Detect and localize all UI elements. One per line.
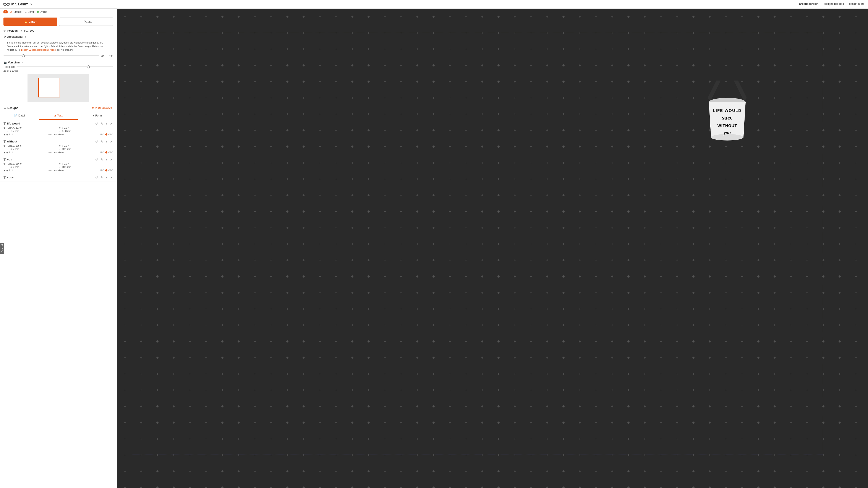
- pause-button[interactable]: ⏸ Pause: [59, 18, 114, 26]
- prop-grid-0: ⊞ ⊞ 1×1: [3, 133, 13, 136]
- nav-links: arbeitsbereich designbibliothek design-s…: [799, 2, 865, 6]
- prop-pos-1: ✥ + 245.0, 175.5: [3, 144, 58, 147]
- svg-point-1: [7, 3, 9, 6]
- position-value: 507, 390: [24, 29, 34, 32]
- grid-value-0: ⊞ 1×1: [6, 133, 13, 136]
- close-btn-1[interactable]: ✕: [110, 140, 113, 143]
- refresh-btn-0[interactable]: ↺: [95, 122, 98, 126]
- design-label-3: succ: [7, 176, 13, 179]
- arbeitshoehe-link[interactable]: diesem Wissensdatenbank-Artikel: [20, 48, 56, 51]
- brightness-row: Helligkeit:: [3, 65, 113, 68]
- move-icon-0: ✥: [3, 126, 5, 129]
- prop-color-1: ABC ΩBA: [99, 151, 113, 154]
- prop-width-2: ↔ ↔ 23.2 mm: [3, 166, 58, 168]
- text-design-icon-3: 𝐓: [3, 175, 6, 180]
- nav-link-designbibliothek[interactable]: designbibliothek: [824, 2, 844, 6]
- vorschau-dropdown-icon[interactable]: ▼: [22, 61, 24, 64]
- status-item: ⚠ Status:: [10, 10, 22, 13]
- file-icon: 📄: [14, 114, 18, 117]
- scale-icon-2: ↔: [3, 166, 6, 168]
- prop-height-0: ↕ I 14.8 mm: [59, 130, 114, 132]
- designs-reset[interactable]: ✺ ↺ Zurücksetzen: [92, 106, 113, 109]
- design-item-you: 𝐓 you ↺ ✎ + ✕ ✥ + 249.9, 166.9 ↻ ↻ 0.0 °: [0, 156, 117, 174]
- design-actions-3: ↺ ✎ + ✕: [95, 175, 113, 180]
- tab-text[interactable]: A Text: [39, 112, 78, 120]
- close-btn-2[interactable]: ✕: [110, 158, 113, 162]
- prop-height-1: ↕ I 19.1 mm: [59, 148, 114, 150]
- reset-icon: ✺: [92, 106, 94, 109]
- edit-btn-3[interactable]: ✎: [100, 175, 104, 180]
- printer-icon: 🖨: [24, 10, 27, 13]
- add-btn-1[interactable]: +: [105, 140, 108, 143]
- tab-form[interactable]: ♥ Form: [78, 112, 117, 120]
- prop-repeat-2: ∞ ⧉ duplizieren: [48, 169, 65, 172]
- edit-btn-2[interactable]: ✎: [100, 158, 104, 162]
- mug-container: LIFE WOULD succ WITHOUT you: [699, 80, 755, 141]
- design-bottom-0: ⊞ ⊞ 1×1 ∞ ⧉ duplizieren ABC ΩBA: [3, 133, 113, 136]
- design-actions-1: ↺ ✎ + ✕: [95, 140, 113, 143]
- dup-link-2[interactable]: ⧉ duplizieren: [51, 169, 64, 172]
- prop-pos-2: ✥ + 249.9, 166.9: [3, 162, 58, 165]
- close-btn-0[interactable]: ✕: [110, 122, 113, 126]
- vorschau-label: Vorschau:: [8, 61, 21, 64]
- tab-bar: 📄 Datei A Text ♥ Form: [0, 112, 117, 120]
- scale-icon-1: ↔: [3, 148, 6, 150]
- arbeitshoehe-title[interactable]: ⚙ Arbeitshöhe: ▼: [3, 35, 113, 38]
- height-value-0: I 14.8 mm: [61, 130, 71, 132]
- camera-icon: 📷: [3, 61, 7, 64]
- nav-link-design-store[interactable]: design-store: [849, 2, 865, 6]
- x-button[interactable]: X: [3, 10, 7, 13]
- arbeitshoehe-dropdown-icon[interactable]: ▼: [25, 36, 27, 38]
- design-item-life-would: 𝐓 life would ↺ ✎ + ✕ ✥ + 244.4, 203.9 ↻ …: [0, 120, 117, 138]
- add-btn-3[interactable]: +: [105, 175, 108, 180]
- edit-btn-0[interactable]: ✎: [100, 122, 104, 126]
- rot-icon-0: ↻: [59, 126, 61, 129]
- support-tab[interactable]: Support: [0, 243, 4, 254]
- svg-text:you: you: [723, 130, 731, 135]
- refresh-btn-3[interactable]: ↺: [95, 175, 98, 180]
- width-value-1: ↔ 33.7 mm: [7, 148, 19, 150]
- inf-icon-0: ∞: [48, 133, 50, 136]
- add-btn-2[interactable]: +: [105, 158, 108, 162]
- refresh-btn-2[interactable]: ↺: [95, 158, 98, 162]
- prop-width-0: ↔ ↔ 34.7 mm: [3, 130, 58, 132]
- oba-label-1: ΩBA: [108, 151, 113, 154]
- dup-link-1[interactable]: ⧉ duplizieren: [51, 151, 64, 154]
- preview-header[interactable]: 📷 Vorschau: ▼: [3, 61, 113, 64]
- logo: Mr. Beam ✳: [3, 2, 32, 6]
- design-name-1: 𝐓 without: [3, 140, 17, 143]
- grid-value-2: ⊞ 1×1: [6, 169, 13, 172]
- brightness-slider[interactable]: [17, 66, 113, 67]
- svg-line-10: [736, 80, 745, 98]
- width-value-0: ↔ 34.7 mm: [7, 130, 19, 132]
- design-label-2: you: [7, 158, 12, 161]
- scale-icon-0: ↔: [3, 130, 6, 132]
- design-item-header-3: 𝐓 succ ↺ ✎ + ✕: [3, 175, 113, 180]
- design-props-2: ✥ + 249.9, 166.9 ↻ ↻ 0.0 ° ↔ ↔ 23.2 mm ↕…: [3, 162, 113, 168]
- design-label-0: life would: [7, 122, 20, 125]
- preview-section: 📷 Vorschau: ▼ Helligkeit: Zoom: 179%: [0, 59, 117, 104]
- canvas-area[interactable]: LIFE WOULD succ WITHOUT you: [117, 9, 868, 488]
- rot-value-1: ↻ 0.0 °: [62, 144, 69, 147]
- designs-title: ☰ Designs: [3, 106, 19, 109]
- add-btn-0[interactable]: +: [105, 122, 108, 126]
- prop-rot-2: ↻ ↻ 0.0 °: [59, 162, 114, 165]
- refresh-btn-1[interactable]: ↺: [95, 140, 98, 143]
- design-item-header-1: 𝐓 without ↺ ✎ + ✕: [3, 140, 113, 143]
- prop-repeat-1: ∞ ⧉ duplizieren: [48, 151, 65, 154]
- edit-btn-1[interactable]: ✎: [100, 140, 104, 143]
- arbeitshoehe-section: ⚙ Arbeitshöhe: ▼ Stelle hier die Höhe ei…: [0, 34, 117, 59]
- thumbnail-area: [28, 74, 89, 102]
- position-row: ✥ Position: ▼ 507, 390: [0, 28, 117, 34]
- dup-link-0[interactable]: ⧉ duplizieren: [51, 133, 64, 136]
- arbeitshoehe-slider[interactable]: [3, 56, 99, 56]
- svg-text:WITHOUT: WITHOUT: [717, 124, 737, 128]
- rot-value-0: ↻ 0.0 °: [62, 126, 69, 129]
- nav-link-arbeitsbereich[interactable]: arbeitsbereich: [799, 2, 818, 6]
- close-btn-3[interactable]: ✕: [110, 175, 113, 180]
- text-design-icon-0: 𝐓: [3, 122, 6, 126]
- tab-datei[interactable]: 📄 Datei: [0, 112, 39, 120]
- laser-button[interactable]: 🔥 Laser: [3, 18, 57, 26]
- position-dropdown-icon[interactable]: ▼: [20, 30, 22, 32]
- design-item-header-0: 𝐓 life would ↺ ✎ + ✕: [3, 122, 113, 126]
